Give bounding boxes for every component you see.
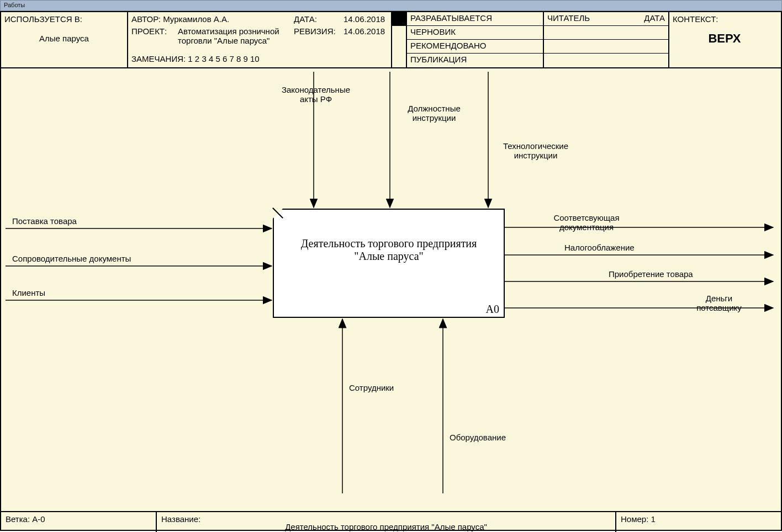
box-code: A0	[486, 303, 499, 316]
context-label: КОНТЕКСТ:	[673, 14, 776, 24]
input-supply-label: Поставка товара	[12, 216, 77, 226]
branch-label: Ветка:	[6, 514, 30, 524]
used-in-value: Алые паруса	[4, 34, 124, 43]
date-value: 14.06.2018	[344, 14, 385, 24]
control-laws-l2: акты РФ	[300, 94, 332, 104]
mech-staff-label: Сотрудники	[349, 383, 394, 392]
output-tax-label: Налогооблажение	[564, 243, 635, 252]
name-value: Деятельность торгового предприятия "Алые…	[285, 522, 487, 531]
control-job-l1: Должностные	[408, 104, 461, 113]
footer: Ветка: A-0 Название: Деятельность торгов…	[1, 511, 781, 532]
reader-row-2	[544, 26, 668, 40]
window-title: Работы	[4, 2, 25, 8]
output-money-l1: Деньги	[706, 294, 732, 303]
context-box[interactable]: Деятельность торгового предприятия "Алые…	[273, 209, 505, 318]
header-used-in: ИСПОЛЬЗУЕТСЯ В: Алые паруса	[1, 12, 128, 67]
author-value: Муркамилов А.А.	[163, 14, 229, 24]
branch-value: A-0	[32, 514, 45, 524]
box-title-line1: Деятельность торгового предприятия	[301, 237, 477, 249]
mech-equip-label: Оборудование	[450, 433, 506, 442]
number-value: 1	[651, 514, 656, 524]
notes-value: 1 2 3 4 5 6 7 8 9 10	[188, 54, 259, 63]
status-developing: РАЗРАБАТЫВАЕТСЯ	[407, 12, 543, 26]
control-laws-l1: Законодательные	[282, 85, 350, 94]
input-clients-label: Клиенты	[12, 288, 45, 297]
project-label: ПРОЕКТ:	[131, 26, 167, 36]
control-tech-l1: Технологические	[503, 141, 568, 151]
number-label: Номер:	[621, 514, 648, 524]
window-titlebar: Работы	[0, 0, 782, 11]
control-job-l2: инструкции	[413, 113, 456, 123]
revision-label: РЕВИЗИЯ:	[294, 26, 336, 36]
reader-row-3	[544, 40, 668, 54]
reader-row-4	[544, 54, 668, 67]
used-in-label: ИСПОЛЬЗУЕТСЯ В:	[4, 14, 124, 24]
output-corresp-l1: Соответсвующая	[553, 213, 619, 222]
notes-label: ЗАМЕЧАНИЯ:	[131, 54, 186, 63]
header-reader: ЧИТАТЕЛЬДАТА	[544, 12, 669, 67]
author-label: АВТОР:	[131, 14, 161, 24]
output-corresp-label: Соответсвующая документация	[537, 213, 636, 232]
header-context: КОНТЕКСТ: ВЕРХ	[669, 12, 780, 67]
header-status: РАЗРАБАТЫВАЕТСЯ ЧЕРНОВИК РЕКОМЕНДОВАНО П…	[407, 12, 544, 67]
control-tech-l2: инструкции	[514, 151, 558, 160]
date-label: ДАТА:	[294, 14, 317, 24]
status-publication: ПУБЛИКАЦИЯ	[407, 54, 543, 67]
header-project: АВТОР: Муркамилов А.А. ДАТА: 14.06.2018 …	[128, 12, 392, 67]
header: ИСПОЛЬЗУЕТСЯ В: Алые паруса АВТОР: Мурка…	[1, 12, 781, 68]
output-money-l2: потсавщику	[696, 303, 742, 312]
project-value: Автоматизация розничной торговли "Алые п…	[178, 26, 294, 45]
output-money-label: Деньги потсавщику	[686, 294, 752, 312]
footer-number: Номер: 1	[616, 512, 780, 532]
output-corresp-l2: документация	[559, 222, 614, 232]
control-tech-label: Технологические инструкции	[492, 141, 580, 160]
footer-name: Название: Деятельность торгового предпри…	[157, 512, 616, 532]
context-value: ВЕРХ	[673, 31, 776, 46]
footer-branch: Ветка: A-0	[1, 512, 157, 532]
output-purchase-label: Приобретение товара	[609, 269, 693, 279]
revision-value: 14.06.2018	[344, 26, 385, 36]
diagram-canvas: Деятельность торгового предприятия "Алые…	[1, 68, 781, 511]
status-recommended: РЕКОМЕНДОВАНО	[407, 40, 543, 54]
control-laws-label: Законодательные акты РФ	[272, 85, 360, 104]
status-marker	[392, 12, 406, 26]
control-job-label: Должностные инструкции	[395, 104, 473, 123]
input-docs-label: Сопроводительные документы	[12, 254, 131, 263]
status-draft: ЧЕРНОВИК	[407, 26, 543, 40]
diagram-frame: ИСПОЛЬЗУЕТСЯ В: Алые паруса АВТОР: Мурка…	[0, 11, 782, 531]
reader-row: ЧИТАТЕЛЬДАТА	[544, 12, 668, 26]
box-title-line2: "Алые паруса"	[354, 250, 423, 262]
header-status-mark	[392, 12, 407, 67]
reader-label: ЧИТАТЕЛЬ	[547, 13, 590, 23]
name-label: Название:	[161, 514, 200, 524]
box-title: Деятельность торгового предприятия "Алые…	[274, 210, 504, 263]
reader-date-label: ДАТА	[644, 13, 665, 23]
